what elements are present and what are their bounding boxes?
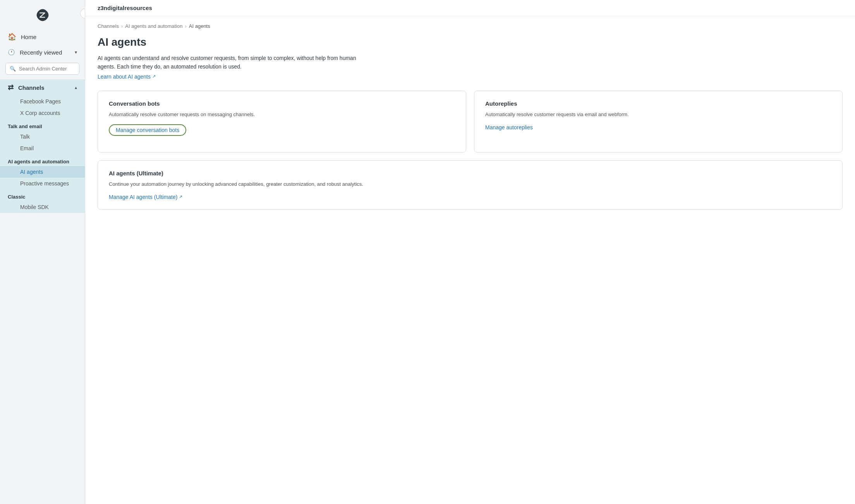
- page-title: AI agents: [98, 36, 843, 48]
- channels-chevron-icon: ▴: [75, 85, 77, 90]
- ai-automation-group-label: AI agents and automation: [0, 154, 85, 166]
- search-box[interactable]: 🔍: [5, 63, 79, 75]
- breadcrumb-channels[interactable]: Channels: [98, 23, 119, 29]
- main-content: z3ndigitalresources Channels › AI agents…: [85, 0, 855, 504]
- zendesk-logo: [0, 0, 85, 29]
- sidebar: 🏠 Home 🕐 Recently viewed ▾ 🔍 ⇄ Channels …: [0, 0, 85, 504]
- recently-viewed-label: Recently viewed: [20, 49, 62, 56]
- learn-link-text: Learn about AI agents: [98, 74, 151, 80]
- home-label: Home: [21, 34, 36, 40]
- sidebar-item-home[interactable]: 🏠 Home: [0, 29, 85, 45]
- page-description: AI agents can understand and resolve cus…: [98, 54, 369, 71]
- sidebar-item-xcorp[interactable]: X Corp accounts: [0, 107, 85, 119]
- ultimate-card-row: AI agents (Ultimate) Continue your autom…: [98, 160, 843, 210]
- channels-label: Channels: [18, 84, 45, 91]
- manage-conversation-bots-link[interactable]: Manage conversation bots: [109, 124, 186, 136]
- account-name: z3ndigitalresources: [98, 5, 152, 11]
- sidebar-item-email[interactable]: Email: [0, 142, 85, 154]
- classic-group-label: Classic: [0, 189, 85, 201]
- breadcrumb-ai-automation[interactable]: AI agents and automation: [125, 23, 182, 29]
- conversation-bots-title: Conversation bots: [109, 100, 455, 107]
- sidebar-item-talk[interactable]: Talk: [0, 131, 85, 142]
- ai-agents-ultimate-card: AI agents (Ultimate) Continue your autom…: [98, 160, 843, 210]
- channels-icon: ⇄: [8, 83, 14, 92]
- conversation-bots-card: Conversation bots Automatically resolve …: [98, 91, 466, 153]
- breadcrumb-sep-1: ›: [121, 23, 123, 29]
- sidebar-item-ai-agents[interactable]: AI agents: [0, 166, 85, 178]
- ultimate-description: Continue your automation journey by unlo…: [109, 180, 831, 189]
- clock-icon: 🕐: [8, 49, 15, 56]
- breadcrumb-sep-2: ›: [185, 23, 186, 29]
- autoreplies-description: Automatically resolve customer requests …: [485, 111, 831, 119]
- manage-autoreplies-link[interactable]: Manage autoreplies: [485, 124, 533, 130]
- home-icon: 🏠: [8, 33, 16, 41]
- channels-section: ⇄ Channels ▴ Facebook Pages X Corp accou…: [0, 79, 85, 213]
- learn-link[interactable]: Learn about AI agents ↗: [98, 74, 156, 80]
- sidebar-item-recently-viewed[interactable]: 🕐 Recently viewed ▾: [0, 45, 85, 60]
- ultimate-title: AI agents (Ultimate): [109, 170, 831, 177]
- external-link-icon: ↗: [152, 74, 156, 79]
- ultimate-external-icon: ↗: [179, 194, 182, 199]
- sidebar-item-mobile-sdk[interactable]: Mobile SDK: [0, 201, 85, 213]
- autoreplies-title: Autoreplies: [485, 100, 831, 107]
- autoreplies-card: Autoreplies Automatically resolve custom…: [474, 91, 843, 153]
- breadcrumb-ai-agents: AI agents: [189, 23, 210, 29]
- search-icon: 🔍: [10, 66, 16, 72]
- manage-ultimate-link[interactable]: Manage AI agents (Ultimate) ↗: [109, 194, 182, 200]
- breadcrumb: Channels › AI agents and automation › AI…: [85, 16, 855, 32]
- ultimate-link-text: Manage AI agents (Ultimate): [109, 194, 177, 200]
- talk-email-group-label: Talk and email: [0, 119, 85, 131]
- top-bar: z3ndigitalresources: [85, 0, 855, 16]
- search-input[interactable]: [19, 66, 75, 72]
- search-container: 🔍: [0, 60, 85, 79]
- chevron-down-icon: ▾: [75, 50, 77, 55]
- cards-row: Conversation bots Automatically resolve …: [98, 91, 843, 153]
- conversation-bots-description: Automatically resolve customer requests …: [109, 111, 455, 119]
- channels-header[interactable]: ⇄ Channels ▴: [0, 79, 85, 96]
- page-content: AI agents AI agents can understand and r…: [85, 32, 855, 225]
- sidebar-item-proactive[interactable]: Proactive messages: [0, 178, 85, 189]
- sidebar-item-facebook[interactable]: Facebook Pages: [0, 96, 85, 107]
